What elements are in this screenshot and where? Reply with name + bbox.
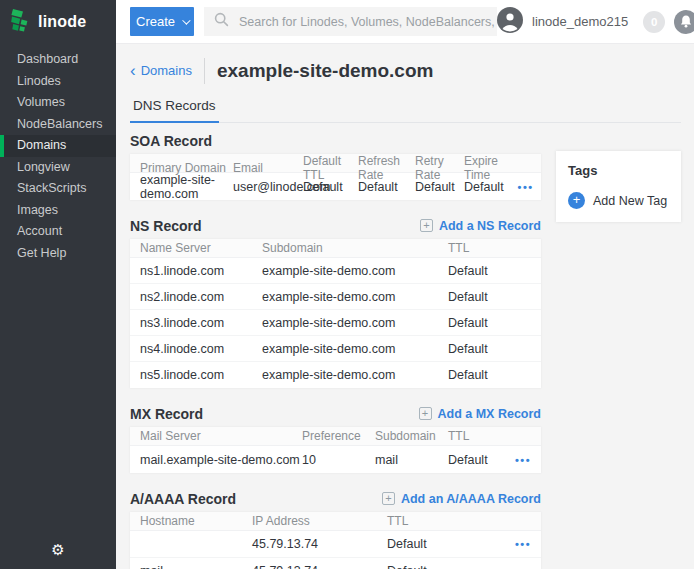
add-new-tag-label: Add New Tag (593, 194, 667, 208)
app-window: linode Dashboard Linodes Volumes NodeBal… (0, 0, 694, 569)
cell-name-server: ns1.linode.com (140, 264, 262, 278)
add-a-record-label: Add an A/AAAA Record (401, 492, 541, 506)
breadcrumb: ‹ Domains example-site-demo.com (130, 57, 681, 84)
column-header: Email (233, 161, 303, 175)
sidebar-item-volumes[interactable]: Volumes (0, 92, 116, 114)
ns-section-title: NS Record (130, 218, 202, 234)
mx-record-section: MX Record + Add a MX Record Mail Server … (130, 403, 541, 473)
table-row: mail.example-site-demo.com 10 mail Defau… (130, 446, 541, 473)
avatar[interactable] (497, 7, 523, 37)
add-mx-record-link[interactable]: + Add a MX Record (419, 407, 542, 421)
sidebar-item-longview[interactable]: Longview (0, 157, 116, 179)
row-actions-button[interactable]: ••• (501, 538, 531, 550)
column-header: Default TTL (303, 154, 358, 182)
soa-record-section: SOA Record Primary Domain Email Default … (130, 130, 541, 200)
cell-ttl: Default (448, 453, 501, 467)
column-header: TTL (387, 514, 501, 528)
cell-ip-address: 45.79.13.74 (252, 537, 387, 551)
search-icon (214, 12, 229, 31)
soa-table-header: Primary Domain Email Default TTL Refresh… (130, 154, 541, 173)
cell-ip-address: 45.79.13.74 (252, 564, 387, 569)
cell-refresh-rate: Default (358, 180, 415, 194)
sidebar-item-images[interactable]: Images (0, 200, 116, 222)
add-new-tag-button[interactable]: + Add New Tag (568, 192, 669, 209)
plus-circle-icon: + (568, 192, 585, 209)
notification-count-badge[interactable]: 0 (643, 11, 665, 33)
cell-name-server: ns3.linode.com (140, 316, 262, 330)
ns-table-header: Name Server Subdomain TTL (130, 239, 541, 258)
add-ns-record-label: Add a NS Record (439, 219, 541, 233)
a-table: Hostname IP Address TTL 45.79.13.74 Defa… (130, 512, 541, 569)
cell-name-server: ns2.linode.com (140, 290, 262, 304)
mx-table-header: Mail Server Preference Subdomain TTL (130, 427, 541, 446)
a-table-header: Hostname IP Address TTL (130, 512, 541, 531)
cell-email: user@linode.com (233, 180, 303, 194)
breadcrumb-back-link[interactable]: ‹ Domains (130, 63, 192, 78)
main-content: ‹ Domains example-site-demo.com DNS Reco… (116, 44, 694, 569)
plus-box-icon: + (420, 219, 433, 232)
create-button-label: Create (136, 14, 175, 29)
cell-retry-rate: Default (415, 180, 464, 194)
cell-hostname: mail (140, 564, 252, 569)
cell-ttl: Default (387, 537, 501, 551)
sidebar-item-get-help[interactable]: Get Help (0, 243, 116, 265)
breadcrumb-label: Domains (141, 63, 192, 78)
add-a-record-link[interactable]: + Add an A/AAAA Record (382, 492, 541, 506)
row-actions-button[interactable]: ••• (504, 181, 534, 193)
column-header: Subdomain (375, 429, 448, 443)
user-area: linode_demo215 0 (497, 7, 694, 37)
cell-ttl: Default (448, 368, 531, 382)
sidebar-item-nodebalancers[interactable]: NodeBalancers (0, 114, 116, 136)
tags-column: Tags + Add New Tag (556, 130, 681, 569)
linode-logo[interactable]: linode (0, 0, 116, 44)
cell-subdomain: example-site-demo.com (262, 342, 448, 356)
cell-primary-domain: example-site-demo.com (140, 173, 233, 201)
cell-name-server: ns5.linode.com (140, 368, 262, 382)
mx-section-title: MX Record (130, 406, 203, 422)
table-row: ns1.linode.com example-site-demo.com Def… (130, 258, 541, 284)
column-header: Hostname (140, 514, 252, 528)
cell-expire-time: Default (464, 180, 504, 194)
ns-record-section: NS Record + Add a NS Record Name Server … (130, 215, 541, 388)
tab-dns-records[interactable]: DNS Records (130, 98, 219, 123)
column-header: Preference (302, 429, 375, 443)
plus-box-icon: + (419, 407, 432, 420)
column-header: Mail Server (140, 429, 302, 443)
settings-gear-icon[interactable]: ⚙ (0, 541, 116, 559)
add-mx-record-label: Add a MX Record (438, 407, 542, 421)
table-row: ns5.linode.com example-site-demo.com Def… (130, 362, 541, 388)
brand-name: linode (38, 13, 86, 31)
sidebar-item-dashboard[interactable]: Dashboard (0, 49, 116, 71)
table-row: mail 45.79.13.74 Default ••• (130, 558, 541, 569)
sidebar-item-linodes[interactable]: Linodes (0, 71, 116, 93)
username[interactable]: linode_demo215 (532, 14, 628, 29)
sidebar-item-domains[interactable]: Domains (0, 135, 116, 157)
tags-panel: Tags + Add New Tag (556, 151, 681, 222)
search-bar[interactable] (204, 7, 497, 36)
cell-subdomain: example-site-demo.com (262, 368, 448, 382)
cell-subdomain: example-site-demo.com (262, 316, 448, 330)
column-header: Expire Time (464, 154, 501, 182)
cell-preference: 10 (302, 453, 375, 467)
row-actions-button[interactable]: ••• (501, 454, 531, 466)
back-chevron-icon: ‹ (130, 64, 136, 77)
row-actions-button[interactable]: ••• (501, 565, 531, 569)
cell-subdomain: example-site-demo.com (262, 290, 448, 304)
create-button[interactable]: Create (130, 7, 194, 36)
column-header: Name Server (140, 241, 262, 255)
notifications-bell-icon[interactable] (674, 10, 694, 34)
sidebar-item-account[interactable]: Account (0, 221, 116, 243)
plus-box-icon: + (382, 492, 395, 505)
cell-default-ttl: Default (303, 180, 358, 194)
column-header: TTL (448, 429, 501, 443)
cell-subdomain: mail (375, 453, 448, 467)
cell-ttl: Default (448, 342, 531, 356)
search-input[interactable] (237, 14, 497, 30)
records-column: SOA Record Primary Domain Email Default … (130, 130, 541, 569)
add-ns-record-link[interactable]: + Add a NS Record (420, 219, 541, 233)
tags-panel-title: Tags (568, 163, 669, 178)
sidebar-item-stackscripts[interactable]: StackScripts (0, 178, 116, 200)
cell-ttl: Default (387, 564, 501, 569)
ns-table: Name Server Subdomain TTL ns1.linode.com… (130, 239, 541, 388)
column-header: Refresh Rate (358, 154, 415, 182)
